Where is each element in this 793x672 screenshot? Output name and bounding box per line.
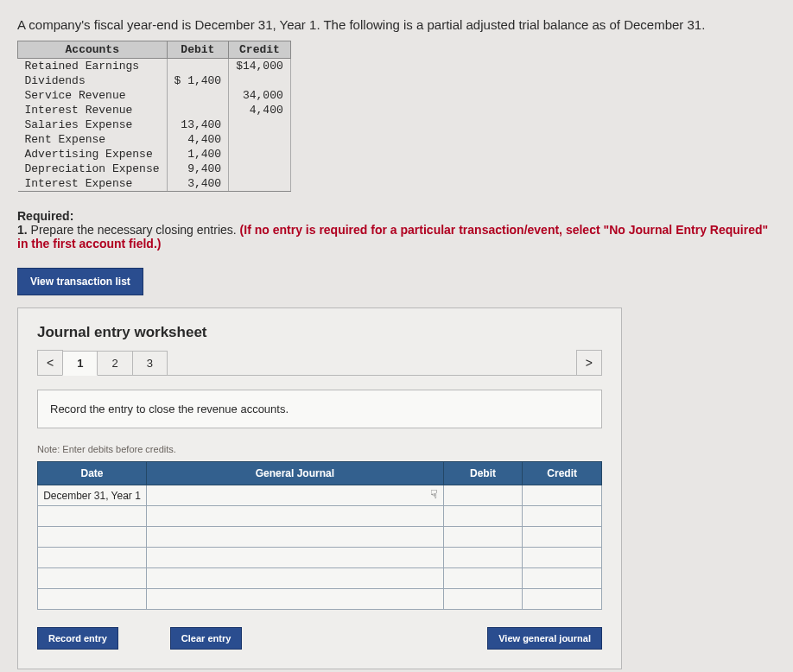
acct-cell: Interest Expense <box>18 176 168 192</box>
credit-cell <box>229 176 291 192</box>
credit-cell <box>229 73 291 88</box>
je-account-cell[interactable] <box>147 568 444 589</box>
je-date-cell[interactable] <box>38 568 147 589</box>
je-head-debit: Debit <box>443 462 523 485</box>
je-row <box>38 506 602 527</box>
pointer-cursor-icon: ☟ <box>430 487 438 501</box>
credit-cell <box>229 132 291 147</box>
required-item-number: 1. <box>17 223 28 237</box>
tab-1[interactable]: 1 <box>62 351 98 376</box>
je-credit-cell[interactable] <box>523 527 602 548</box>
acct-cell: Salaries Expense <box>18 117 168 132</box>
table-row: Rent Expense4,400 <box>18 132 291 147</box>
je-date-cell[interactable] <box>38 548 147 568</box>
table-row: Dividends$ 1,400 <box>18 73 291 88</box>
je-credit-cell[interactable] <box>523 485 602 506</box>
table-row: Salaries Expense13,400 <box>18 117 291 132</box>
je-account-cell[interactable] <box>147 527 444 548</box>
je-date-cell[interactable]: December 31, Year 1 <box>38 485 147 506</box>
je-head-general-journal: General Journal <box>147 462 444 485</box>
debit-cell: 1,400 <box>167 147 229 162</box>
view-transaction-list-button[interactable]: View transaction list <box>17 268 143 295</box>
je-head-credit: Credit <box>523 462 602 485</box>
table-row: Interest Revenue4,400 <box>18 103 291 117</box>
je-date-cell[interactable] <box>38 506 147 527</box>
je-debit-cell[interactable] <box>443 589 523 610</box>
tb-head-debit: Debit <box>167 41 229 59</box>
acct-cell: Dividends <box>18 73 168 88</box>
je-account-cell[interactable] <box>147 548 444 568</box>
je-debit-cell[interactable] <box>443 568 523 589</box>
tab-prev-arrow[interactable]: < <box>37 350 63 375</box>
debit-cell: 13,400 <box>167 117 229 132</box>
je-row <box>38 568 602 589</box>
table-row: Retained Earnings$14,000 <box>18 59 291 74</box>
je-row <box>38 527 602 548</box>
debit-cell: 3,400 <box>167 176 229 192</box>
debit-cell: 4,400 <box>167 132 229 147</box>
debit-cell <box>167 59 229 74</box>
je-debit-cell[interactable] <box>443 485 523 506</box>
debit-cell <box>167 103 229 117</box>
required-plain: Prepare the necessary closing entries. <box>28 223 240 237</box>
note-debits-before-credits: Note: Enter debits before credits. <box>37 444 602 454</box>
je-row: December 31, Year 1 ☟ <box>38 485 602 506</box>
credit-cell: 4,400 <box>229 103 291 117</box>
je-row <box>38 548 602 568</box>
credit-cell: 34,000 <box>229 88 291 103</box>
tab-3[interactable]: 3 <box>132 351 168 375</box>
trial-balance-table: Accounts Debit Credit Retained Earnings$… <box>17 41 291 192</box>
tb-head-accounts: Accounts <box>18 41 168 59</box>
je-head-date: Date <box>38 462 147 485</box>
je-debit-cell[interactable] <box>443 527 523 548</box>
acct-cell: Service Revenue <box>18 88 168 103</box>
problem-intro: A company's fiscal year-end is December … <box>17 17 776 32</box>
view-general-journal-button[interactable]: View general journal <box>487 627 602 650</box>
table-row: Advertising Expense1,400 <box>18 147 291 162</box>
je-credit-cell[interactable] <box>523 548 602 568</box>
table-row: Interest Expense3,400 <box>18 176 291 192</box>
debit-cell: $ 1,400 <box>167 73 229 88</box>
je-credit-cell[interactable] <box>523 506 602 527</box>
debit-cell <box>167 88 229 103</box>
credit-cell <box>229 117 291 132</box>
table-row: Depreciation Expense9,400 <box>18 162 291 176</box>
credit-cell: $14,000 <box>229 59 291 74</box>
acct-cell: Interest Revenue <box>18 103 168 117</box>
je-debit-cell[interactable] <box>443 506 523 527</box>
je-debit-cell[interactable] <box>443 548 523 568</box>
acct-cell: Depreciation Expense <box>18 162 168 176</box>
journal-entry-worksheet: Journal entry worksheet < 1 2 3 > Record… <box>17 307 622 669</box>
debit-cell: 9,400 <box>167 162 229 176</box>
tb-head-credit: Credit <box>229 41 291 59</box>
worksheet-title: Journal entry worksheet <box>37 324 602 341</box>
je-account-cell[interactable] <box>147 589 444 610</box>
worksheet-footer: Record entry Clear entry View general jo… <box>37 627 602 650</box>
entry-instruction: Record the entry to close the revenue ac… <box>37 390 602 428</box>
credit-cell <box>229 162 291 176</box>
clear-entry-button[interactable]: Clear entry <box>170 627 242 650</box>
record-entry-button[interactable]: Record entry <box>37 627 118 650</box>
table-row: Service Revenue34,000 <box>18 88 291 103</box>
journal-entry-table: Date General Journal Debit Credit Decemb… <box>37 461 602 610</box>
credit-cell <box>229 147 291 162</box>
je-credit-cell[interactable] <box>523 589 602 610</box>
tab-next-arrow[interactable]: > <box>576 350 602 375</box>
acct-cell: Retained Earnings <box>18 59 168 74</box>
je-date-cell[interactable] <box>38 527 147 548</box>
required-heading: Required: <box>17 209 776 223</box>
je-account-cell[interactable]: ☟ <box>147 485 444 506</box>
required-text: 1. Prepare the necessary closing entries… <box>17 223 776 250</box>
acct-cell: Advertising Expense <box>18 147 168 162</box>
je-row <box>38 589 602 610</box>
je-credit-cell[interactable] <box>523 568 602 589</box>
worksheet-tabs: < 1 2 3 > <box>37 350 602 376</box>
je-account-cell[interactable] <box>147 506 444 527</box>
je-date-cell[interactable] <box>38 589 147 610</box>
tab-2[interactable]: 2 <box>97 351 132 375</box>
acct-cell: Rent Expense <box>18 132 168 147</box>
